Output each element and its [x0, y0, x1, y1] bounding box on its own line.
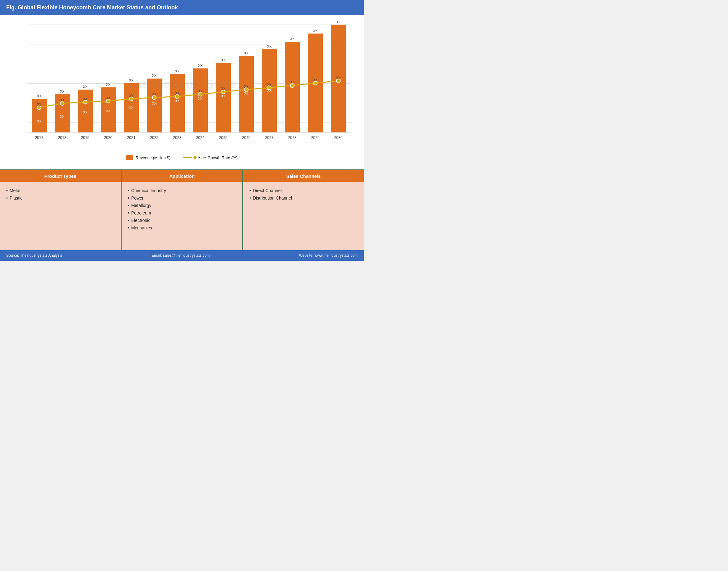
application-list: Chemical Industry Power Metallurgy Petro…: [128, 187, 236, 232]
svg-text:XX: XX: [221, 94, 226, 98]
svg-text:XX: XX: [83, 97, 87, 101]
list-item: Chemical Industry: [128, 187, 236, 194]
list-item: Metallurgy: [128, 202, 236, 209]
application-section: Application Chemical Industry Power Meta…: [122, 170, 243, 250]
svg-text:XX: XX: [60, 99, 64, 102]
svg-text:2022: 2022: [150, 135, 159, 140]
svg-text:XX: XX: [221, 58, 226, 62]
svg-text:XX: XX: [129, 106, 134, 109]
svg-text:XX: XX: [37, 94, 42, 98]
svg-text:2024: 2024: [196, 135, 205, 140]
list-item: Plastic: [6, 194, 114, 202]
product-types-list: Metal Plastic: [6, 187, 114, 202]
svg-text:2023: 2023: [173, 135, 182, 140]
sales-channels-list: Direct Channel Distribution Channel: [249, 187, 357, 202]
svg-text:XX: XX: [244, 91, 249, 95]
footer-email: Email: sales@theindustrystats.com: [151, 253, 210, 258]
svg-text:2029: 2029: [311, 135, 320, 140]
product-types-header: Product Types: [0, 170, 121, 182]
svg-text:XX: XX: [198, 64, 203, 68]
list-item: Distribution Channel: [249, 194, 357, 202]
legend-revenue: Revenue (Million $): [126, 155, 171, 160]
footer-website: Website: www.theindustrystats.com: [299, 253, 357, 258]
svg-text:XX: XX: [267, 44, 272, 48]
svg-text:XX: XX: [290, 37, 295, 41]
sales-channels-header: Sales Channels: [243, 170, 364, 182]
svg-rect-35: [193, 69, 208, 132]
svg-text:XX: XX: [152, 102, 157, 105]
svg-text:XX: XX: [106, 109, 111, 113]
legend-dot-icon: [193, 156, 197, 159]
svg-text:XX: XX: [244, 85, 248, 88]
svg-text:XX: XX: [198, 97, 203, 100]
svg-text:XX: XX: [129, 78, 134, 82]
svg-text:XX: XX: [267, 83, 271, 86]
svg-text:XX: XX: [175, 92, 179, 95]
svg-text:2030: 2030: [334, 135, 343, 140]
list-item: Metal: [6, 187, 114, 194]
main-container: Fig. Global Flexible Honeycomb Core Mark…: [0, 0, 364, 261]
list-item: Electronic: [128, 217, 236, 224]
chart-legend: Revenue (Million $) Y-oY Growth Rate (%): [9, 152, 354, 166]
svg-text:XX: XX: [106, 83, 111, 86]
svg-text:2021: 2021: [127, 135, 135, 140]
svg-text:XX: XX: [313, 78, 317, 82]
list-item: Direct Channel: [249, 187, 357, 194]
svg-text:XX: XX: [175, 99, 180, 103]
svg-text:XX: XX: [152, 74, 157, 78]
legend-bar-icon: [126, 155, 133, 160]
svg-text:XX: XX: [129, 94, 133, 97]
product-types-section: Product Types Metal Plastic: [0, 170, 122, 250]
footer: Source: Theindustrystats Analysis Email:…: [0, 250, 364, 261]
svg-text:XX: XX: [221, 87, 225, 91]
svg-text:XX: XX: [244, 51, 249, 55]
product-types-body: Metal Plastic: [0, 182, 121, 250]
svg-text:2026: 2026: [242, 135, 251, 140]
svg-text:XX: XX: [175, 69, 180, 73]
legend-growth: Y-oY Growth Rate (%): [183, 155, 237, 160]
svg-text:XX: XX: [83, 110, 88, 114]
application-header: Application: [122, 170, 242, 182]
svg-text:XX: XX: [106, 96, 110, 100]
svg-text:2025: 2025: [219, 135, 228, 140]
svg-text:2028: 2028: [288, 135, 297, 140]
svg-text:XX: XX: [37, 103, 41, 106]
list-item: Mechanics: [128, 224, 236, 232]
footer-source: Source: Theindustrystats Analysis: [6, 253, 62, 258]
application-body: Chemical Industry Power Metallurgy Petro…: [122, 182, 242, 250]
chart-wrapper: The Industry Stats m a r k e t r e s e a…: [9, 21, 354, 152]
svg-text:2017: 2017: [35, 135, 43, 140]
svg-text:XX: XX: [336, 21, 341, 24]
svg-text:XX: XX: [290, 81, 294, 84]
svg-text:2020: 2020: [104, 135, 113, 140]
chart-title: Fig. Global Flexible Honeycomb Core Mark…: [0, 0, 364, 15]
svg-text:XX: XX: [336, 76, 340, 80]
legend-line-icon: [183, 157, 192, 158]
svg-rect-31: [170, 74, 185, 132]
list-item: Power: [128, 194, 236, 202]
svg-text:2018: 2018: [58, 135, 67, 140]
svg-text:XX: XX: [198, 90, 202, 93]
svg-text:XX: XX: [152, 93, 156, 96]
legend-growth-label: Y-oY Growth Rate (%): [198, 155, 237, 160]
svg-text:2027: 2027: [265, 135, 274, 140]
list-item: Petroleum: [128, 209, 236, 217]
svg-text:XX: XX: [37, 119, 42, 123]
svg-rect-27: [147, 79, 162, 132]
svg-text:XX: XX: [313, 29, 318, 32]
svg-text:2019: 2019: [81, 135, 90, 140]
legend-revenue-label: Revenue (Million $): [135, 155, 171, 160]
svg-text:XX: XX: [60, 90, 65, 93]
svg-text:XX: XX: [83, 85, 88, 89]
sales-channels-section: Sales Channels Direct Channel Distributi…: [243, 170, 364, 250]
svg-text:XX: XX: [60, 115, 65, 118]
sales-channels-body: Direct Channel Distribution Channel: [243, 182, 364, 250]
chart-svg: XX XX 2017 XX XX 2018 XX XX 2019 XX XX 2…: [9, 21, 354, 152]
bottom-sections: Product Types Metal Plastic Application …: [0, 169, 364, 250]
chart-area: The Industry Stats m a r k e t r e s e a…: [0, 15, 364, 169]
